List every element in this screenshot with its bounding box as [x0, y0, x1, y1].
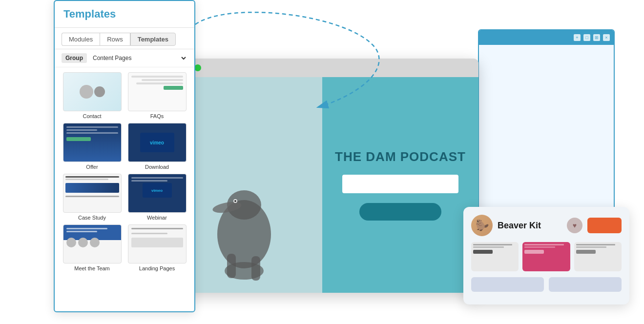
- template-name-faqs: FAQs: [150, 113, 164, 119]
- bk1-line-2: [473, 246, 504, 248]
- template-thumb-webinar: vimeo: [128, 174, 187, 213]
- beaverkit-name: Beaver Kit: [498, 221, 562, 231]
- group-label: Group: [62, 53, 87, 63]
- beaverkit-templates: [471, 242, 622, 271]
- cs1-line-3: [65, 196, 119, 197]
- bk2-line-2: [524, 246, 555, 248]
- faq-btn: [164, 86, 183, 90]
- traffic-light-green[interactable]: [194, 64, 201, 71]
- templates-grid: Contact FAQs Off: [55, 67, 194, 276]
- template-thumb-download: vimeo: [128, 123, 187, 162]
- template-item-team2[interactable]: Landing Pages: [126, 224, 187, 271]
- bk2-line-1: [524, 244, 563, 245]
- bk2-btn: [524, 250, 544, 254]
- tab-rows[interactable]: Rows: [100, 33, 130, 46]
- template-item-casestudy1[interactable]: Case Study: [62, 174, 123, 221]
- faq-line-1: [131, 76, 183, 78]
- bk-action-btn-1[interactable]: [471, 277, 544, 292]
- template-name-offer: Offer: [86, 164, 98, 170]
- offer-line-2: [66, 129, 98, 131]
- vimeo-box-download: vimeo: [140, 133, 174, 152]
- team1-av-3: [90, 238, 100, 247]
- bk-template-2[interactable]: [522, 242, 570, 271]
- team1-av-2: [78, 238, 88, 247]
- templates-header: Templates: [55, 1, 194, 28]
- tab-modules[interactable]: Modules: [62, 33, 100, 46]
- bk-template-1[interactable]: [471, 242, 519, 271]
- browser-content: THE DAM PODCAST: [166, 77, 478, 293]
- beaver-avatar: 🦫: [471, 215, 493, 236]
- tab-templates[interactable]: Templates: [130, 33, 176, 46]
- template-name-webinar: Webinar: [147, 215, 167, 221]
- template-item-offer[interactable]: Offer: [62, 123, 123, 170]
- svg-rect-5: [227, 254, 236, 278]
- team1-line-1: [66, 228, 108, 229]
- right-panel-toolbar: + □ ⊞ ×: [479, 30, 614, 45]
- podcast-title: THE DAM PODCAST: [335, 149, 466, 164]
- wb-line-1: [131, 177, 183, 179]
- heart-icon[interactable]: ♥: [567, 218, 582, 233]
- template-name-team2: Landing Pages: [139, 265, 175, 271]
- team1-av-1: [66, 238, 76, 247]
- templates-title: Templates: [63, 8, 116, 20]
- template-thumb-team2: [128, 224, 187, 263]
- cs1-line-1: [65, 176, 119, 178]
- bk3-line-2: [576, 246, 607, 248]
- group-select[interactable]: Content Pages Landing Pages Sales Pages: [91, 54, 187, 62]
- template-item-contact[interactable]: Contact: [62, 72, 123, 119]
- toolbar-grid-icon[interactable]: ⊞: [593, 34, 600, 41]
- svg-rect-6: [251, 256, 260, 281]
- template-thumb-contact: [63, 72, 122, 111]
- browser-right-panel: THE DAM PODCAST: [322, 77, 478, 293]
- team2-line-1: [131, 228, 183, 229]
- bk-action-btn-2[interactable]: [549, 277, 622, 292]
- bk3-line-1: [576, 244, 615, 245]
- template-item-team1[interactable]: Meet the Team: [62, 224, 123, 271]
- svg-point-8: [234, 200, 236, 202]
- podcast-submit-button[interactable]: [359, 203, 441, 221]
- avatar-2: [94, 86, 105, 97]
- template-item-download[interactable]: vimeo Download: [126, 123, 187, 170]
- beaverkit-actions: [471, 277, 622, 292]
- platypus-silhouette: [200, 146, 288, 293]
- template-item-webinar[interactable]: vimeo Webinar: [126, 174, 187, 221]
- bk1-line-1: [473, 244, 512, 245]
- template-thumb-team1: [63, 224, 122, 263]
- offer-btn: [66, 137, 91, 141]
- templates-panel: Templates Modules Rows Templates Group C…: [54, 0, 195, 312]
- cs1-line-2: [65, 179, 108, 180]
- team2-block: [131, 238, 183, 247]
- right-panel: + □ ⊞ ×: [478, 29, 615, 224]
- bk1-btn: [473, 250, 493, 254]
- team1-avatars: [66, 238, 118, 247]
- scene: Templates Modules Rows Templates Group C…: [0, 0, 644, 324]
- group-selector: Group Content Pages Landing Pages Sales …: [55, 49, 194, 67]
- template-item-faqs[interactable]: FAQs: [126, 72, 187, 119]
- template-thumb-casestudy1: [63, 174, 122, 213]
- cs1-blue-bar: [65, 183, 119, 193]
- orange-button[interactable]: [587, 218, 622, 233]
- faq-line-2: [142, 79, 183, 81]
- browser-titlebar: [166, 59, 478, 77]
- template-thumb-faqs: [128, 72, 187, 111]
- toolbar-comment-icon[interactable]: □: [583, 34, 590, 41]
- template-name-team1: Meet the Team: [74, 265, 110, 271]
- template-name-casestudy: Case Study: [78, 215, 106, 221]
- wb-line-2: [131, 180, 167, 182]
- beaverkit-card: 🦫 Beaver Kit ♥: [463, 207, 629, 304]
- team1-line-2: [66, 231, 98, 232]
- offer-line-1: [66, 126, 118, 128]
- template-thumb-offer: [63, 123, 122, 162]
- team2-line-2: [131, 233, 167, 234]
- browser-window: THE DAM PODCAST: [166, 59, 478, 293]
- templates-tabs: Modules Rows Templates: [55, 28, 194, 49]
- faq-line-3: [136, 82, 183, 84]
- template-name-download: Download: [145, 164, 169, 170]
- template-name-contact: Contact: [83, 113, 102, 119]
- bk-template-3[interactable]: [574, 242, 622, 271]
- vimeo-sub-webinar: vimeo: [143, 183, 172, 198]
- toolbar-close-icon[interactable]: ×: [603, 34, 610, 41]
- avatar-1: [80, 85, 93, 99]
- podcast-email-input[interactable]: [342, 175, 458, 193]
- toolbar-add-icon[interactable]: +: [574, 34, 581, 41]
